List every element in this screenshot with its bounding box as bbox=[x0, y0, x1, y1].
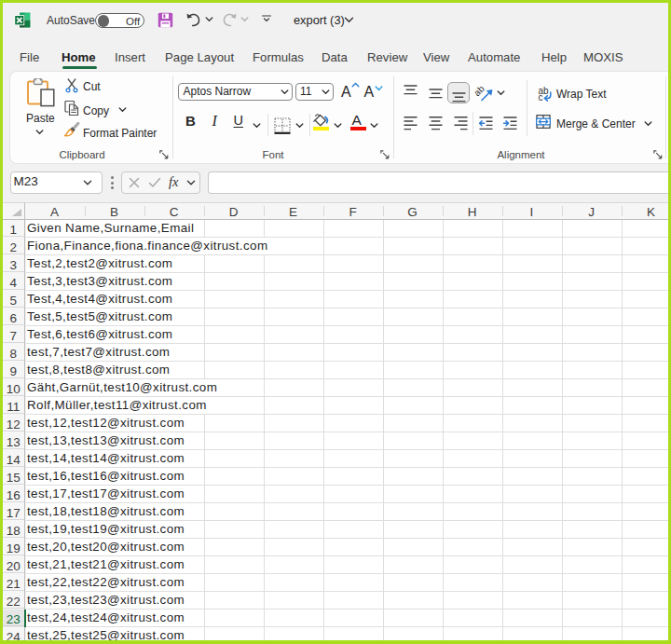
svg-text:ab: ab bbox=[474, 83, 486, 98]
svg-text:c: c bbox=[539, 91, 543, 102]
